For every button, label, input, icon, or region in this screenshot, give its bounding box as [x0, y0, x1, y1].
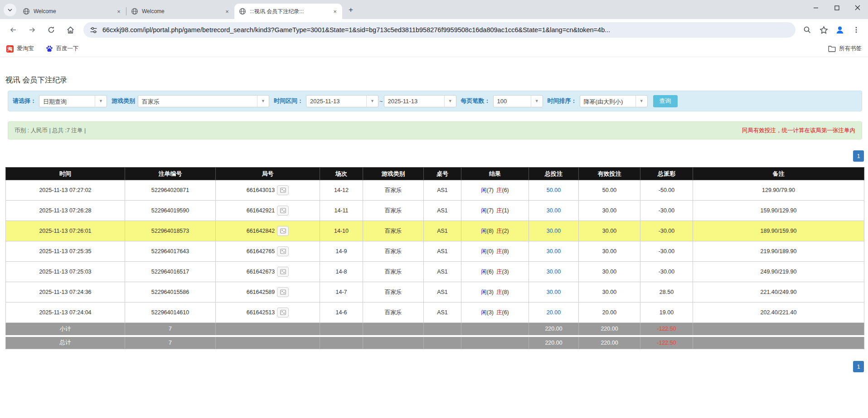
video-replay-button[interactable]	[277, 287, 289, 297]
header-payout: 总派彩	[640, 168, 693, 180]
video-replay-button[interactable]	[277, 206, 289, 216]
video-replay-button[interactable]	[277, 185, 289, 195]
globe-icon	[23, 8, 30, 15]
tab-search-button[interactable]	[4, 4, 16, 16]
cell-round: 661643013	[216, 180, 320, 201]
total-row: 总计 7 220.00 220.00 -122.50	[6, 336, 864, 349]
forward-icon[interactable]	[24, 22, 40, 38]
reload-icon[interactable]	[44, 22, 59, 38]
total-bet-link[interactable]: 30.00	[547, 228, 561, 234]
total-bet-link[interactable]: 30.00	[547, 269, 561, 275]
page-number-button[interactable]: 1	[853, 150, 864, 162]
tab-welcome-2[interactable]: Welcome ×	[126, 4, 234, 19]
result-banker-count: (3)	[502, 269, 509, 275]
query-button[interactable]: 查询	[653, 95, 678, 107]
cell-result: 闲(3)庄(8)	[461, 282, 529, 303]
cell-total-bet: 20.00	[529, 303, 579, 323]
total-bet-link[interactable]: 30.00	[547, 289, 561, 295]
result-player-count: (3)	[487, 309, 494, 316]
game-type-label: 游戏类别	[112, 97, 135, 105]
maximize-icon[interactable]	[826, 0, 847, 15]
close-icon[interactable]: ×	[223, 8, 231, 15]
page-title: 视讯 会员下注纪录	[5, 75, 864, 85]
window-close-icon[interactable]	[847, 0, 868, 15]
total-payout: -122.50	[657, 340, 676, 346]
close-icon[interactable]: ×	[331, 8, 339, 15]
video-replay-button[interactable]	[277, 246, 289, 256]
total-count: 7	[125, 336, 216, 349]
per-page-label: 每页笔数：	[461, 97, 490, 105]
select-type-label: 请选择：	[13, 97, 36, 105]
video-replay-button[interactable]	[277, 267, 289, 277]
table-header-row: 时间 注单编号 局号 场次 游戏类别 桌号 结果 总投注 有效投注 总派彩 备注	[6, 168, 864, 180]
cell-valid-bet: 30.00	[579, 282, 640, 303]
total-bet-link[interactable]: 20.00	[547, 309, 561, 316]
zoom-icon[interactable]	[800, 23, 815, 37]
table-row: 2025-11-13 07:27:02 522964020871 6616430…	[6, 180, 864, 201]
cell-note: 249.90/219.90	[693, 262, 864, 282]
cell-table-no: AS1	[424, 262, 461, 282]
cell-table-no: AS1	[424, 180, 461, 201]
cell-time: 2025-11-13 07:25:35	[6, 241, 125, 262]
back-icon[interactable]	[5, 22, 21, 38]
cell-time: 2025-11-13 07:25:03	[6, 262, 125, 282]
cell-table-no: AS1	[424, 282, 461, 303]
header-table-no: 桌号	[424, 168, 461, 180]
cell-valid-bet: 50.00	[579, 180, 640, 201]
cell-bet-id: 522964016517	[125, 262, 216, 282]
film-icon	[280, 289, 286, 295]
sort-value: 降幂(由大到小)	[580, 96, 635, 107]
result-banker-label: 庄	[496, 269, 502, 275]
cell-note: 219.90/189.90	[693, 241, 864, 262]
summary-bar: 币别 : 人民币 | 总共 :7 注单 | 同局有效投注，统一计算在该局第一张注…	[8, 121, 862, 139]
sort-select[interactable]: 降幂(由大到小) ▼	[580, 95, 648, 107]
profile-avatar[interactable]	[833, 23, 847, 37]
cell-bet-id: 522964015586	[125, 282, 216, 303]
film-icon	[280, 310, 286, 315]
site-info-icon[interactable]	[90, 26, 97, 34]
video-replay-button[interactable]	[277, 226, 289, 236]
film-icon	[280, 249, 286, 254]
result-banker-count: (1)	[502, 207, 509, 214]
page-content: 视讯 会员下注纪录 请选择： 日期查询 ▼ 游戏类别 百家乐 ▼ 时间区间： 2…	[0, 75, 868, 372]
close-icon[interactable]: ×	[115, 8, 122, 15]
bookmark-taobao[interactable]: 淘 爱淘宝	[6, 45, 34, 53]
cell-total-bet: 30.00	[529, 221, 579, 241]
per-page-value: 100	[494, 96, 531, 107]
date-to-select[interactable]: 2025-11-13 ▼	[384, 95, 456, 107]
cell-bet-id: 522964019590	[125, 201, 216, 221]
cell-total-bet: 30.00	[529, 282, 579, 303]
query-type-select[interactable]: 日期查询 ▼	[39, 95, 107, 107]
cell-result: 闲(7)庄(1)	[461, 201, 529, 221]
cell-session: 14-6	[320, 303, 363, 323]
tab-welcome-1[interactable]: Welcome ×	[18, 4, 126, 19]
game-type-select[interactable]: 百家乐 ▼	[138, 95, 269, 107]
bookmark-star-icon[interactable]	[816, 23, 831, 37]
chevron-down-icon: ▼	[95, 96, 107, 107]
date-from-select[interactable]: 2025-11-13 ▼	[306, 95, 378, 107]
home-icon[interactable]	[63, 22, 78, 38]
page-number-button[interactable]: 1	[853, 361, 864, 372]
cell-game-type: 百家乐	[363, 282, 424, 303]
url-text[interactable]: 66cxkj98.com/ipl/portal.php/game/betreco…	[102, 26, 789, 34]
kebab-menu-icon[interactable]	[849, 23, 863, 37]
table-row: 2025-11-13 07:26:28 522964019590 6616429…	[6, 201, 864, 221]
total-bet-link[interactable]: 50.00	[547, 187, 561, 193]
tab-bet-records-active[interactable]: :::视讯 会员下注纪录::: ×	[234, 4, 342, 19]
total-bet-link[interactable]: 30.00	[547, 248, 561, 255]
cell-bet-id: 522964018573	[125, 221, 216, 241]
minimize-icon[interactable]	[805, 0, 826, 15]
date-to-value: 2025-11-13	[384, 96, 444, 107]
per-page-select[interactable]: 100 ▼	[493, 95, 543, 107]
new-tab-button[interactable]: +	[345, 4, 357, 16]
header-note: 备注	[693, 168, 864, 180]
cell-round: 661642589	[216, 282, 320, 303]
video-replay-button[interactable]	[277, 307, 289, 317]
cell-game-type: 百家乐	[363, 221, 424, 241]
chevron-down-icon: ▼	[257, 96, 269, 107]
total-bet-link[interactable]: 30.00	[547, 207, 561, 214]
bookmark-baidu[interactable]: 百度一下	[46, 45, 79, 53]
all-bookmarks-button[interactable]: 所有书签	[828, 45, 862, 53]
cell-valid-bet: 30.00	[579, 262, 640, 282]
url-bar[interactable]: 66cxkj98.com/ipl/portal.php/game/betreco…	[83, 22, 795, 38]
